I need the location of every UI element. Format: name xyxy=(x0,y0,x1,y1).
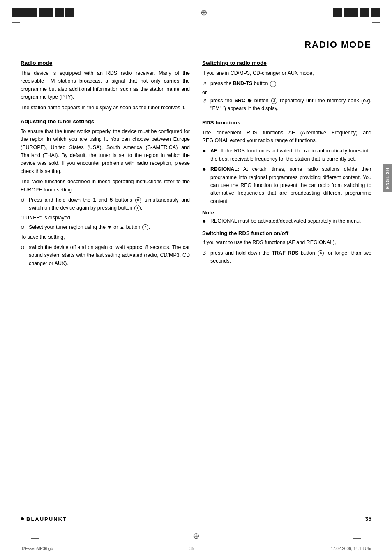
page-footer: BLAUPUNKT 35 xyxy=(0,511,392,526)
vert-line-br1 xyxy=(366,530,366,541)
rds-intro: The convenient RDS functions AF (Alterna… xyxy=(202,129,371,145)
top-bar-left-blocks xyxy=(12,8,74,17)
page-title-bar: RADIO MODE xyxy=(21,39,371,53)
note-regional-text: REGIONAL must be activated/deactivated s… xyxy=(210,217,371,225)
top-bar-right-blocks xyxy=(333,8,380,17)
bullet-dot-3: ● xyxy=(202,217,208,225)
radio-mode-para2: The station name appears in the display … xyxy=(21,104,190,112)
rds-functions-heading: RDS functions xyxy=(202,120,371,126)
note-heading: Note: xyxy=(202,210,371,216)
top-decorative-bar xyxy=(0,0,392,17)
top-bar-center xyxy=(78,7,329,17)
arrow-icon-2: ↺ xyxy=(21,224,26,232)
vert-line-bl2 xyxy=(26,530,26,541)
vert-line-br2 xyxy=(371,530,371,541)
bar-block-8 xyxy=(371,8,380,17)
switching-radio-heading: Switching to radio mode xyxy=(202,60,371,66)
bullet-af: ● AF: If the RDS function is activated, … xyxy=(202,147,371,163)
arrow-icon-1: ↺ xyxy=(21,197,26,205)
instruction-select-region: ↺ Select your tuner region using the ▼ o… xyxy=(21,223,190,232)
bar-block-6 xyxy=(344,8,358,17)
print-info-right: 17.02.2006, 14:13 Uhr xyxy=(330,546,371,551)
instruction-traf-rds: ↺ press and hold down the TRAF RDS butto… xyxy=(202,249,371,265)
bullet-regional-text: REGIONAL: At certain times, some radio s… xyxy=(210,166,371,205)
or-separator: or xyxy=(202,90,371,95)
bullet-dot-2: ● xyxy=(202,165,208,173)
rds-on-off-intro: If you want to use the RDS functions (AF… xyxy=(202,239,371,246)
bar-block-3 xyxy=(55,8,64,17)
crosshair-bottom-icon: ⊕ xyxy=(193,531,200,541)
note-bullet-regional: ● REGIONAL must be activated/deactivated… xyxy=(202,217,371,225)
page-title: RADIO MODE xyxy=(304,39,371,50)
adjusting-tuner-heading: Adjusting the tuner settings xyxy=(21,118,190,124)
tuner-displayed-text: "TUNER" is displayed. xyxy=(21,214,190,222)
bar-block-2 xyxy=(39,8,53,17)
switching-rds-heading: Switching the RDS function on/off xyxy=(202,230,371,236)
instruction-press-hold: ↺ Press and hold down the 1 and 5 button… xyxy=(21,196,190,212)
bottom-decorative-area: ⊕ xyxy=(0,526,392,544)
adjusting-tuner-para2: The radio functions described in these o… xyxy=(21,178,190,194)
bar-block-7 xyxy=(360,8,369,17)
ref-10: 10 xyxy=(135,197,141,203)
horiz-line-br xyxy=(353,538,361,539)
ref-2: 2 xyxy=(271,98,277,104)
arrow-icon-6: ↺ xyxy=(202,250,208,258)
instruction-select-region-text: Select your tuner region using the ▼ or … xyxy=(29,223,190,231)
crosshair-top xyxy=(199,7,209,17)
vert-line-left2 xyxy=(30,19,30,31)
footer-divider-line xyxy=(71,519,361,519)
crosshair-bottom: ⊕ xyxy=(39,531,353,541)
switching-radio-intro: If you are in CD/MP3, CD-changer or AUX … xyxy=(202,69,371,77)
instruction-traf-rds-text: press and hold down the TRAF RDS button … xyxy=(210,249,371,265)
radio-mode-heading: Radio mode xyxy=(21,60,190,66)
page: ENGLISH RADIO MODE Radio mode This devic… xyxy=(0,0,392,555)
bullet-dot-1: ● xyxy=(202,147,208,154)
instruction-save: ↺ switch the device off and on again or … xyxy=(21,244,190,267)
save-setting-text: To save the setting, xyxy=(21,233,190,241)
logo-area: BLAUPUNKT xyxy=(21,516,67,522)
horiz-line-bl xyxy=(31,538,39,539)
instruction-src-text: press the SRC ⊕ button 2 repeatedly unti… xyxy=(210,97,371,113)
top-decorative-lines xyxy=(0,17,392,31)
bar-block-1 xyxy=(12,8,37,17)
ref-1: 1 xyxy=(134,205,141,211)
ref-7: 7 xyxy=(142,224,148,230)
top-lines-left xyxy=(12,19,30,31)
print-info-center: 35 xyxy=(189,546,194,551)
bar-block-4 xyxy=(65,8,74,17)
instruction-save-text: switch the device off and on again or wa… xyxy=(29,244,190,267)
vert-line-bl1 xyxy=(21,530,21,541)
horiz-line-right xyxy=(372,22,380,23)
instruction-press-hold-text: Press and hold down the 1 and 5 buttons … xyxy=(29,196,190,212)
print-info-left: 02EssenMP36 gb xyxy=(21,546,53,551)
bullet-af-text: AF: If the RDS function is activated, th… xyxy=(210,147,371,163)
radio-mode-para1: This device is equipped with an RDS radi… xyxy=(21,69,190,101)
ref-11: 11 xyxy=(270,81,276,87)
print-info-bar: 02EssenMP36 gb 35 17.02.2006, 14:13 Uhr xyxy=(0,544,392,555)
horiz-line-left xyxy=(12,22,20,23)
two-column-layout: Radio mode This device is equipped with … xyxy=(21,60,371,269)
vert-line-right1 xyxy=(362,19,362,31)
adjusting-tuner-para1: To ensure that the tuner works properly,… xyxy=(21,128,190,175)
bar-block-5 xyxy=(333,8,342,17)
page-number: 35 xyxy=(365,516,371,522)
main-content: RADIO MODE Radio mode This device is equ… xyxy=(0,31,392,511)
right-column: Switching to radio mode If you are in CD… xyxy=(202,60,371,269)
arrow-icon-4: ↺ xyxy=(202,80,208,88)
logo-text: BLAUPUNKT xyxy=(26,516,67,522)
logo-dot xyxy=(21,517,24,520)
instruction-bndts-text: press the BND•TS button 11 xyxy=(210,80,371,88)
arrow-icon-5: ↺ xyxy=(202,97,208,105)
left-column: Radio mode This device is equipped with … xyxy=(21,60,190,269)
ref-6: 6 xyxy=(318,250,324,256)
bullet-regional: ● REGIONAL: At certain times, some radio… xyxy=(202,166,371,205)
vert-line-left1 xyxy=(25,19,25,31)
instruction-bndts: ↺ press the BND•TS button 11 xyxy=(202,80,371,88)
arrow-icon-3: ↺ xyxy=(21,244,26,252)
instruction-src: ↺ press the SRC ⊕ button 2 repeatedly un… xyxy=(202,97,371,113)
vert-line-right2 xyxy=(367,19,367,31)
